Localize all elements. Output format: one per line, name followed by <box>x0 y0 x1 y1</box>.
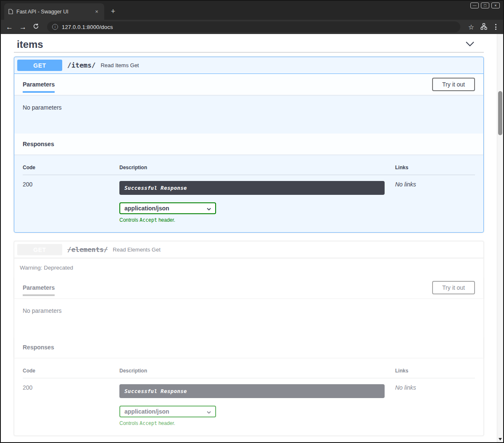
parameters-header: Parameters Try it out <box>14 277 483 298</box>
media-type-value: application/json <box>124 205 169 212</box>
responses-title: Responses <box>23 344 54 351</box>
browser-titlebar: Fast API - Swagger UI × + — □ × <box>1 1 503 20</box>
links-column-header: Links <box>395 368 475 378</box>
parameters-body: No parameters <box>14 298 483 337</box>
accept-note-prefix: Controls <box>119 217 140 223</box>
new-tab-button[interactable]: + <box>108 6 119 16</box>
parameters-body: No parameters <box>14 95 483 134</box>
operation-summary-text: Read Elements Get <box>113 246 160 253</box>
select-chevron-icon <box>207 205 211 212</box>
responses-body: Code Description Links 200 Successful Re… <box>14 358 483 435</box>
operation-summary[interactable]: GET /items/ Read Items Get <box>14 57 483 74</box>
responses-header: Responses <box>14 337 483 358</box>
method-badge: GET <box>17 60 62 71</box>
section-title: items <box>17 39 43 50</box>
links-value: No links <box>395 378 475 426</box>
operation-get-items: GET /items/ Read Items Get Parameters Tr… <box>14 57 484 233</box>
tab-title: Fast API - Swagger UI <box>16 9 90 15</box>
accept-note-code: Accept <box>140 420 157 426</box>
scrollbar-down-arrow-icon[interactable] <box>499 438 502 440</box>
code-column-header: Code <box>23 165 119 175</box>
accept-note-suffix: header. <box>157 420 175 426</box>
tab-parameters[interactable]: Parameters <box>23 284 55 291</box>
maximize-button[interactable]: □ <box>481 3 489 8</box>
no-parameters-text: No parameters <box>23 104 62 111</box>
deprecated-warning: Warning: Deprecated <box>14 258 483 277</box>
code-column-header: Code <box>23 368 119 378</box>
status-code: 200 <box>23 175 119 223</box>
forward-icon[interactable]: → <box>19 24 26 31</box>
no-parameters-text: No parameters <box>23 307 62 314</box>
responses-title: Responses <box>23 141 54 147</box>
swagger-page: items GET /items/ Read Items Get Paramet… <box>1 34 497 442</box>
operation-path: /elements/ <box>66 246 108 254</box>
window-controls: — □ × <box>470 3 500 8</box>
tab-groups-icon[interactable] <box>480 23 487 31</box>
close-button[interactable]: × <box>491 3 500 8</box>
browser-menu-icon[interactable] <box>493 23 498 31</box>
responses-header: Responses <box>14 134 483 155</box>
operation-path: /items/ <box>66 61 96 69</box>
bookmark-star-icon[interactable]: ☆ <box>468 23 474 31</box>
back-icon[interactable]: ← <box>6 24 13 31</box>
responses-table-header: Code Description Links <box>23 165 475 175</box>
tab-parameters[interactable]: Parameters <box>23 81 55 88</box>
operation-get-elements-deprecated: GET /elements/ Read Elements Get Warning… <box>14 241 484 436</box>
description-column-header: Description <box>119 165 395 175</box>
status-code: 200 <box>23 378 119 426</box>
response-row: 200 Successful Response application/json… <box>23 175 475 223</box>
browser-toolbar: ← → i 127.0.0.1:8000/docs ☆ <box>1 20 503 34</box>
browser-tab[interactable]: Fast API - Swagger UI × <box>4 3 104 20</box>
select-chevron-icon <box>207 408 211 415</box>
method-badge: GET <box>17 244 62 255</box>
page-scrollbar[interactable] <box>497 34 503 442</box>
accept-header-note: Controls Accept header. <box>119 217 395 223</box>
accept-note-code: Accept <box>140 217 157 223</box>
url-text[interactable]: 127.0.0.1:8000/docs <box>62 24 113 30</box>
tab-close-icon[interactable]: × <box>93 8 100 15</box>
links-value: No links <box>395 175 475 223</box>
media-type-select[interactable]: application/json <box>119 202 216 214</box>
response-description: Successful Response <box>119 181 385 195</box>
operation-summary[interactable]: GET /elements/ Read Elements Get <box>14 241 483 258</box>
scrollbar-thumb[interactable] <box>498 91 502 135</box>
response-description: Successful Response <box>119 384 385 398</box>
description-column-header: Description <box>119 368 395 378</box>
responses-table-header: Code Description Links <box>23 368 475 378</box>
links-column-header: Links <box>395 165 475 175</box>
browser-window: Fast API - Swagger UI × + — □ × ← → i 12… <box>0 0 504 443</box>
tag-section-header[interactable]: items <box>14 37 484 52</box>
document-icon <box>8 9 13 14</box>
media-type-value: application/json <box>124 408 169 415</box>
accept-note-prefix: Controls <box>119 420 140 426</box>
accept-note-suffix: header. <box>157 217 175 223</box>
operation-summary-text: Read Items Get <box>100 62 139 68</box>
chevron-down-icon[interactable] <box>465 41 475 48</box>
minimize-button[interactable]: — <box>470 3 479 8</box>
media-type-select[interactable]: application/json <box>119 406 216 417</box>
reload-icon[interactable] <box>33 23 39 31</box>
responses-body: Code Description Links 200 Successful Re… <box>14 155 483 232</box>
response-row: 200 Successful Response application/json… <box>23 378 475 426</box>
parameters-header: Parameters Try it out <box>14 74 483 95</box>
accept-header-note: Controls Accept header. <box>119 420 395 426</box>
try-it-out-button[interactable]: Try it out <box>432 281 475 294</box>
try-it-out-button[interactable]: Try it out <box>432 78 475 91</box>
site-info-icon[interactable]: i <box>52 24 58 30</box>
address-bar[interactable]: i 127.0.0.1:8000/docs <box>47 21 460 32</box>
